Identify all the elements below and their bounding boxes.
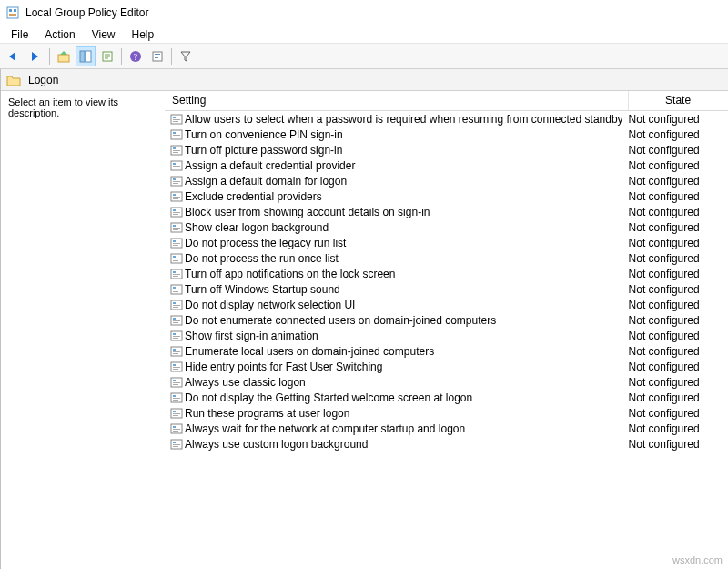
setting-row[interactable]: Always use classic logonNot configuredNo xyxy=(165,374,728,390)
expand-collapse-icon[interactable]: > xyxy=(0,539,1,548)
expand-collapse-icon[interactable]: ⌄ xyxy=(0,229,1,239)
setting-name: Turn on convenience PIN sign-in xyxy=(185,128,629,141)
expand-collapse-icon[interactable]: > xyxy=(0,214,1,223)
up-button[interactable] xyxy=(54,46,74,66)
setting-row[interactable]: Run these programs at user logonNot conf… xyxy=(165,405,728,421)
setting-name: Do not enumerate connected users on doma… xyxy=(185,314,629,327)
setting-row[interactable]: Exclude credential providersNot configur… xyxy=(165,188,728,204)
col-setting[interactable]: Setting xyxy=(165,91,629,110)
filter-button[interactable] xyxy=(176,46,196,66)
setting-row[interactable]: Always use custom logon backgroundNot co… xyxy=(165,436,728,452)
expand-collapse-icon[interactable]: > xyxy=(0,245,1,254)
setting-state: Not configured xyxy=(629,268,728,280)
help-button[interactable]: ? xyxy=(126,46,146,66)
properties-button[interactable] xyxy=(147,46,167,66)
expand-collapse-icon[interactable]: > xyxy=(0,353,1,362)
svg-rect-85 xyxy=(173,367,180,368)
expand-collapse-icon[interactable]: > xyxy=(0,369,1,378)
setting-row[interactable]: Hide entry points for Fast User Switchin… xyxy=(165,359,728,374)
setting-row[interactable]: Turn off app notifications on the lock s… xyxy=(165,266,728,281)
setting-row[interactable]: Turn off picture password sign-inNot con… xyxy=(165,142,728,157)
policy-icon xyxy=(168,269,185,279)
expand-collapse-icon[interactable]: > xyxy=(0,493,1,502)
expand-collapse-icon[interactable]: > xyxy=(0,121,1,130)
svg-rect-96 xyxy=(173,411,176,412)
setting-row[interactable]: Do not enumerate connected users on doma… xyxy=(165,312,728,328)
window-title: Local Group Policy Editor xyxy=(25,6,148,19)
svg-rect-41 xyxy=(173,197,180,198)
policy-root-icon xyxy=(0,73,1,86)
setting-state: Not configured xyxy=(629,438,728,451)
svg-rect-76 xyxy=(173,333,176,335)
expand-collapse-icon[interactable]: > xyxy=(0,291,1,300)
setting-name: Assign a default credential provider xyxy=(185,159,629,172)
menu-view[interactable]: View xyxy=(85,26,123,43)
setting-row[interactable]: Turn on convenience PIN sign-inNot confi… xyxy=(165,127,728,142)
expand-collapse-icon[interactable]: > xyxy=(0,477,1,486)
expand-collapse-icon[interactable]: > xyxy=(0,508,1,517)
svg-rect-34 xyxy=(173,168,178,168)
setting-row[interactable]: Do not display network selection UINot c… xyxy=(165,297,728,312)
description-pane: Select an item to view its description. xyxy=(1,91,165,569)
expand-collapse-icon[interactable]: > xyxy=(0,462,1,471)
expand-collapse-icon[interactable]: > xyxy=(0,446,1,455)
menu-file[interactable]: File xyxy=(4,26,35,43)
expand-collapse-icon[interactable]: > xyxy=(0,307,1,316)
setting-name: Assign a default domain for logon xyxy=(185,175,629,188)
setting-row[interactable]: Do not process the run once listNot conf… xyxy=(165,250,728,266)
setting-row[interactable]: Turn off Windows Startup soundNot config… xyxy=(165,281,728,297)
setting-row[interactable]: Block user from showing account details … xyxy=(165,204,728,219)
setting-row[interactable]: Do not display the Getting Started welco… xyxy=(165,390,728,405)
back-button[interactable] xyxy=(4,46,24,66)
setting-row[interactable]: Assign a default domain for logonNot con… xyxy=(165,173,728,188)
svg-rect-40 xyxy=(173,194,176,196)
col-state[interactable]: State xyxy=(629,91,728,110)
svg-rect-98 xyxy=(173,415,178,416)
expand-collapse-icon[interactable]: > xyxy=(0,431,1,440)
content-title: Logon xyxy=(28,74,58,86)
expand-collapse-icon[interactable]: ⌄ xyxy=(0,137,1,146)
expand-collapse-icon[interactable]: > xyxy=(0,183,1,192)
show-hide-tree-button[interactable] xyxy=(76,46,96,66)
setting-row[interactable]: Assign a default credential providerNot … xyxy=(165,157,728,173)
expand-collapse-icon[interactable]: > xyxy=(0,260,1,269)
expand-collapse-icon[interactable]: > xyxy=(0,322,1,331)
toolbar-separator xyxy=(121,48,122,65)
svg-rect-106 xyxy=(173,446,178,447)
expand-collapse-icon[interactable]: > xyxy=(0,106,1,115)
policy-icon xyxy=(168,361,185,372)
expand-collapse-icon[interactable]: > xyxy=(0,152,1,161)
setting-state: Not configured xyxy=(629,252,728,265)
svg-rect-69 xyxy=(173,305,180,306)
expand-collapse-icon[interactable]: > xyxy=(0,276,1,285)
app-icon xyxy=(5,5,20,20)
setting-row[interactable]: Always wait for the network at computer … xyxy=(165,421,728,436)
menu-action[interactable]: Action xyxy=(37,26,82,43)
svg-rect-81 xyxy=(173,351,180,352)
expand-collapse-icon[interactable]: > xyxy=(0,168,1,177)
menu-help[interactable]: Help xyxy=(125,26,162,43)
svg-rect-78 xyxy=(173,338,178,339)
svg-rect-13 xyxy=(155,57,158,58)
setting-row[interactable]: Enumerate local users on domain-joined c… xyxy=(165,343,728,359)
svg-rect-26 xyxy=(173,137,178,137)
expand-collapse-icon[interactable]: > xyxy=(0,198,1,208)
policy-icon xyxy=(168,346,185,357)
tree-pane[interactable]: Local Computer Policy⌄Computer Configura… xyxy=(0,69,1,569)
setting-row[interactable]: Show first sign-in animationNot configur… xyxy=(165,328,728,343)
expand-collapse-icon[interactable]: > xyxy=(0,384,1,393)
expand-collapse-icon[interactable]: ⌄ xyxy=(0,90,1,99)
detail-area: Select an item to view its description. … xyxy=(1,91,728,569)
policy-icon xyxy=(168,222,185,233)
setting-row[interactable]: Allow users to select when a password is… xyxy=(165,111,728,127)
expand-collapse-icon[interactable]: > xyxy=(0,338,1,347)
expand-collapse-icon[interactable]: > xyxy=(0,523,1,533)
setting-row[interactable]: Show clear logon backgroundNot configure… xyxy=(165,219,728,235)
setting-state: Not configured xyxy=(629,283,728,296)
expand-collapse-icon[interactable]: > xyxy=(0,554,1,564)
expand-collapse-icon[interactable]: > xyxy=(0,415,1,424)
export-list-button[interactable] xyxy=(97,46,117,66)
forward-button[interactable] xyxy=(25,46,46,66)
expand-collapse-icon[interactable]: > xyxy=(0,400,1,409)
setting-row[interactable]: Do not process the legacy run listNot co… xyxy=(165,235,728,250)
